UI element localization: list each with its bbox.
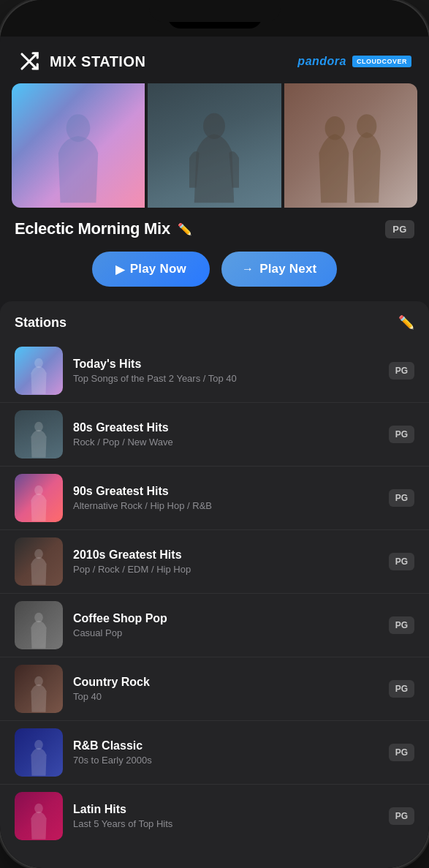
- hero-image-1: [12, 83, 145, 208]
- station-desc-2: Alternative Rock / Hip Hop / R&B: [73, 500, 379, 511]
- mix-title-left: Eclectic Morning Mix ✏️: [15, 219, 192, 238]
- play-next-label: Play Next: [259, 262, 316, 276]
- station-item[interactable]: Country Rock Top 40 PG: [0, 657, 429, 721]
- header-right: pandora CLOUDCOVER: [297, 55, 411, 68]
- station-name-4: Coffee Shop Pop: [73, 612, 379, 625]
- station-thumb-7: [15, 792, 63, 840]
- station-pg-badge-1: PG: [389, 426, 414, 443]
- station-pg-badge-4: PG: [389, 616, 414, 634]
- station-pg-badge-7: PG: [389, 807, 414, 825]
- mix-title-row: Eclectic Morning Mix ✏️ PG: [0, 208, 429, 247]
- station-thumb-6: [15, 728, 63, 777]
- edit-mix-icon[interactable]: ✏️: [178, 222, 192, 236]
- station-item[interactable]: Today's Hits Top Songs of the Past 2 Yea…: [0, 339, 429, 403]
- mix-title: Eclectic Morning Mix: [15, 219, 170, 238]
- station-info-4: Coffee Shop Pop Casual Pop: [73, 612, 379, 638]
- notch-pill: [167, 8, 262, 29]
- station-info-1: 80s Greatest Hits Rock / Pop / New Wave: [73, 421, 379, 448]
- notch-area: [0, 0, 429, 37]
- station-item[interactable]: Latin Hits Last 5 Years of Top Hits PG: [0, 785, 429, 848]
- header-left: MIX STATION: [18, 50, 145, 73]
- station-item[interactable]: 80s Greatest Hits Rock / Pop / New Wave …: [0, 403, 429, 467]
- action-buttons: ▶ Play Now → Play Next: [0, 247, 429, 301]
- stations-section: Stations ✏️ Today's Hits Top Songs of th…: [0, 301, 429, 868]
- station-item[interactable]: Coffee Shop Pop Casual Pop PG: [0, 594, 429, 657]
- shuffle-icon[interactable]: [18, 50, 41, 73]
- cloudcover-badge: CLOUDCOVER: [352, 56, 411, 67]
- station-thumb-4: [15, 601, 63, 649]
- phone-frame: MIX STATION pandora CLOUDCOVER: [0, 0, 429, 868]
- station-info-6: R&B Classic 70s to Early 2000s: [73, 739, 379, 766]
- play-now-button[interactable]: ▶ Play Now: [92, 252, 210, 287]
- stations-title: Stations: [15, 315, 67, 331]
- station-name-7: Latin Hits: [73, 803, 379, 816]
- station-pg-badge-6: PG: [389, 744, 414, 761]
- station-list: Today's Hits Top Songs of the Past 2 Yea…: [0, 339, 429, 848]
- play-next-button[interactable]: → Play Next: [221, 252, 338, 287]
- notch-dots: [181, 16, 202, 20]
- hero-image-2: [148, 83, 281, 208]
- pandora-logo: pandora: [297, 55, 346, 68]
- station-name-2: 90s Greatest Hits: [73, 485, 379, 498]
- notch-dot-3: [198, 16, 202, 20]
- hero-image-3: [284, 83, 417, 208]
- station-thumb-2: [15, 474, 63, 522]
- hero-images: [12, 83, 417, 208]
- station-name-0: Today's Hits: [73, 358, 379, 371]
- station-thumb-5: [15, 665, 63, 713]
- notch-dot-2: [189, 16, 194, 20]
- station-desc-6: 70s to Early 2000s: [73, 755, 379, 766]
- station-info-0: Today's Hits Top Songs of the Past 2 Yea…: [73, 358, 379, 384]
- notch-camera: [242, 15, 249, 22]
- station-info-2: 90s Greatest Hits Alternative Rock / Hip…: [73, 485, 379, 511]
- station-thumb-3: [15, 537, 63, 586]
- play-icon: ▶: [115, 263, 124, 276]
- station-item[interactable]: R&B Classic 70s to Early 2000s PG: [0, 721, 429, 785]
- station-desc-7: Last 5 Years of Top Hits: [73, 818, 379, 829]
- station-desc-0: Top Songs of the Past 2 Years / Top 40: [73, 373, 379, 384]
- station-pg-badge-5: PG: [389, 680, 414, 698]
- station-pg-badge-3: PG: [389, 553, 414, 570]
- station-desc-5: Top 40: [73, 691, 379, 702]
- app-title: MIX STATION: [50, 53, 145, 70]
- mix-pg-badge: PG: [385, 220, 414, 238]
- station-name-6: R&B Classic: [73, 739, 379, 752]
- station-thumb-0: [15, 347, 63, 395]
- play-now-label: Play Now: [130, 262, 186, 276]
- arrow-right-icon: →: [242, 263, 254, 276]
- edit-stations-icon[interactable]: ✏️: [398, 314, 414, 331]
- station-item[interactable]: 90s Greatest Hits Alternative Rock / Hip…: [0, 467, 429, 530]
- station-info-3: 2010s Greatest Hits Pop / Rock / EDM / H…: [73, 548, 379, 575]
- app-header: MIX STATION pandora CLOUDCOVER: [0, 37, 429, 83]
- station-info-5: Country Rock Top 40: [73, 676, 379, 702]
- station-thumb-1: [15, 410, 63, 458]
- station-name-3: 2010s Greatest Hits: [73, 548, 379, 562]
- station-pg-badge-0: PG: [389, 362, 414, 380]
- station-info-7: Latin Hits Last 5 Years of Top Hits: [73, 803, 379, 829]
- station-desc-4: Casual Pop: [73, 627, 379, 638]
- screen: MIX STATION pandora CLOUDCOVER: [0, 37, 429, 868]
- notch-dot-1: [181, 16, 185, 20]
- station-desc-3: Pop / Rock / EDM / Hip Hop: [73, 564, 379, 575]
- station-item[interactable]: 2010s Greatest Hits Pop / Rock / EDM / H…: [0, 530, 429, 594]
- station-pg-badge-2: PG: [389, 489, 414, 507]
- station-name-1: 80s Greatest Hits: [73, 421, 379, 434]
- station-name-5: Country Rock: [73, 676, 379, 689]
- stations-header: Stations ✏️: [0, 301, 429, 339]
- station-desc-1: Rock / Pop / New Wave: [73, 437, 379, 448]
